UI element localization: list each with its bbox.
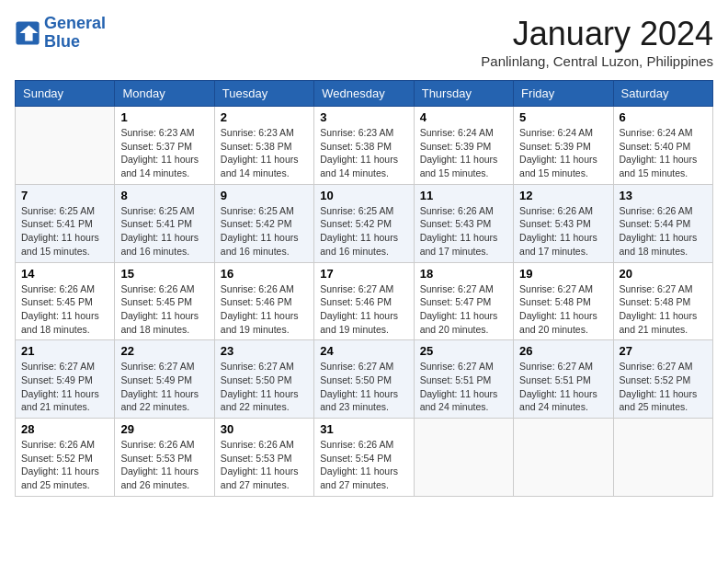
cell-info: Sunrise: 6:26 AMSunset: 5:53 PMDaylight:… xyxy=(120,438,208,492)
cell-info: Sunrise: 6:25 AMSunset: 5:41 PMDaylight:… xyxy=(21,204,108,259)
day-number: 2 xyxy=(221,110,308,124)
cell-info: Sunrise: 6:25 AMSunset: 5:42 PMDaylight:… xyxy=(320,204,407,259)
cell-info: Sunrise: 6:24 AMSunset: 5:39 PMDaylight:… xyxy=(519,126,607,180)
calendar-cell xyxy=(414,419,513,497)
day-number: 20 xyxy=(620,267,707,281)
calendar-cell: 29Sunrise: 6:26 AMSunset: 5:53 PMDayligh… xyxy=(115,419,214,497)
day-number: 15 xyxy=(120,267,208,281)
cell-info: Sunrise: 6:27 AMSunset: 5:49 PMDaylight:… xyxy=(21,360,108,414)
calendar-cell: 8Sunrise: 6:25 AMSunset: 5:41 PMDaylight… xyxy=(115,184,214,262)
calendar-cell: 27Sunrise: 6:27 AMSunset: 5:52 PMDayligh… xyxy=(613,340,712,419)
day-header-monday: Monday xyxy=(115,81,214,107)
cell-info: Sunrise: 6:23 AMSunset: 5:38 PMDaylight:… xyxy=(221,126,308,180)
day-number: 29 xyxy=(120,422,208,436)
calendar-cell: 20Sunrise: 6:27 AMSunset: 5:48 PMDayligh… xyxy=(613,262,712,340)
cell-info: Sunrise: 6:25 AMSunset: 5:41 PMDaylight:… xyxy=(120,204,208,259)
calendar-week-row: 14Sunrise: 6:26 AMSunset: 5:45 PMDayligh… xyxy=(16,262,713,340)
day-number: 28 xyxy=(21,422,108,436)
day-number: 12 xyxy=(519,189,607,202)
calendar-header-row: SundayMondayTuesdayWednesdayThursdayFrid… xyxy=(16,81,713,107)
calendar-cell: 18Sunrise: 6:27 AMSunset: 5:47 PMDayligh… xyxy=(414,262,513,340)
cell-info: Sunrise: 6:27 AMSunset: 5:46 PMDaylight:… xyxy=(320,282,407,337)
calendar-cell: 10Sunrise: 6:25 AMSunset: 5:42 PMDayligh… xyxy=(314,184,414,262)
month-title: January 2024 xyxy=(481,15,713,53)
logo: General Blue xyxy=(15,15,106,52)
day-number: 6 xyxy=(620,110,707,124)
day-number: 10 xyxy=(320,189,407,202)
calendar-cell: 2Sunrise: 6:23 AMSunset: 5:38 PMDaylight… xyxy=(214,107,313,185)
cell-info: Sunrise: 6:26 AMSunset: 5:52 PMDaylight:… xyxy=(21,438,108,492)
calendar-cell xyxy=(16,107,115,185)
location: Panlinlang, Central Luzon, Philippines xyxy=(481,53,713,69)
calendar-cell: 24Sunrise: 6:27 AMSunset: 5:50 PMDayligh… xyxy=(314,340,414,419)
day-header-friday: Friday xyxy=(514,81,613,107)
calendar-week-row: 21Sunrise: 6:27 AMSunset: 5:49 PMDayligh… xyxy=(16,340,713,419)
day-number: 4 xyxy=(420,110,507,124)
cell-info: Sunrise: 6:27 AMSunset: 5:52 PMDaylight:… xyxy=(620,360,707,414)
calendar-cell: 26Sunrise: 6:27 AMSunset: 5:51 PMDayligh… xyxy=(514,340,613,419)
calendar-week-row: 28Sunrise: 6:26 AMSunset: 5:52 PMDayligh… xyxy=(16,419,713,497)
cell-info: Sunrise: 6:26 AMSunset: 5:45 PMDaylight:… xyxy=(21,282,108,337)
calendar-cell: 6Sunrise: 6:24 AMSunset: 5:40 PMDaylight… xyxy=(613,107,712,185)
cell-info: Sunrise: 6:26 AMSunset: 5:46 PMDaylight:… xyxy=(221,282,308,337)
calendar-cell: 21Sunrise: 6:27 AMSunset: 5:49 PMDayligh… xyxy=(16,340,115,419)
cell-info: Sunrise: 6:24 AMSunset: 5:39 PMDaylight:… xyxy=(420,126,507,180)
calendar-cell: 25Sunrise: 6:27 AMSunset: 5:51 PMDayligh… xyxy=(414,340,513,419)
day-number: 27 xyxy=(620,344,707,358)
day-number: 23 xyxy=(221,344,308,358)
calendar-cell: 17Sunrise: 6:27 AMSunset: 5:46 PMDayligh… xyxy=(314,262,414,340)
calendar-cell: 14Sunrise: 6:26 AMSunset: 5:45 PMDayligh… xyxy=(16,262,115,340)
calendar-cell: 9Sunrise: 6:25 AMSunset: 5:42 PMDaylight… xyxy=(214,184,313,262)
cell-info: Sunrise: 6:27 AMSunset: 5:51 PMDaylight:… xyxy=(420,360,507,414)
day-number: 17 xyxy=(320,267,407,281)
cell-info: Sunrise: 6:26 AMSunset: 5:44 PMDaylight:… xyxy=(620,204,707,259)
cell-info: Sunrise: 6:27 AMSunset: 5:51 PMDaylight:… xyxy=(519,360,607,414)
calendar-cell: 1Sunrise: 6:23 AMSunset: 5:37 PMDaylight… xyxy=(115,107,214,185)
day-number: 31 xyxy=(320,422,407,436)
calendar-cell: 30Sunrise: 6:26 AMSunset: 5:53 PMDayligh… xyxy=(214,419,313,497)
title-area: January 2024 Panlinlang, Central Luzon, … xyxy=(481,15,713,69)
day-number: 8 xyxy=(120,189,208,202)
day-number: 25 xyxy=(420,344,507,358)
calendar-cell: 3Sunrise: 6:23 AMSunset: 5:38 PMDaylight… xyxy=(314,107,414,185)
calendar-cell xyxy=(613,419,712,497)
day-number: 26 xyxy=(519,344,607,358)
cell-info: Sunrise: 6:26 AMSunset: 5:43 PMDaylight:… xyxy=(519,204,607,259)
cell-info: Sunrise: 6:23 AMSunset: 5:38 PMDaylight:… xyxy=(320,126,407,180)
calendar-cell: 4Sunrise: 6:24 AMSunset: 5:39 PMDaylight… xyxy=(414,107,513,185)
calendar-cell: 23Sunrise: 6:27 AMSunset: 5:50 PMDayligh… xyxy=(214,340,313,419)
calendar-week-row: 7Sunrise: 6:25 AMSunset: 5:41 PMDaylight… xyxy=(16,184,713,262)
day-number: 1 xyxy=(120,110,208,124)
day-number: 16 xyxy=(221,267,308,281)
cell-info: Sunrise: 6:26 AMSunset: 5:45 PMDaylight:… xyxy=(120,282,208,337)
day-number: 14 xyxy=(21,267,108,281)
calendar-cell: 13Sunrise: 6:26 AMSunset: 5:44 PMDayligh… xyxy=(613,184,712,262)
day-header-saturday: Saturday xyxy=(613,81,712,107)
cell-info: Sunrise: 6:27 AMSunset: 5:50 PMDaylight:… xyxy=(221,360,308,414)
cell-info: Sunrise: 6:27 AMSunset: 5:47 PMDaylight:… xyxy=(420,282,507,337)
cell-info: Sunrise: 6:24 AMSunset: 5:40 PMDaylight:… xyxy=(620,126,707,180)
calendar-cell: 22Sunrise: 6:27 AMSunset: 5:49 PMDayligh… xyxy=(115,340,214,419)
day-number: 11 xyxy=(420,189,507,202)
day-number: 22 xyxy=(120,344,208,358)
cell-info: Sunrise: 6:26 AMSunset: 5:53 PMDaylight:… xyxy=(221,438,308,492)
day-number: 24 xyxy=(320,344,407,358)
calendar-cell: 16Sunrise: 6:26 AMSunset: 5:46 PMDayligh… xyxy=(214,262,313,340)
day-header-tuesday: Tuesday xyxy=(214,81,313,107)
day-number: 18 xyxy=(420,267,507,281)
day-header-sunday: Sunday xyxy=(16,81,115,107)
cell-info: Sunrise: 6:23 AMSunset: 5:37 PMDaylight:… xyxy=(120,126,208,180)
calendar-cell: 7Sunrise: 6:25 AMSunset: 5:41 PMDaylight… xyxy=(16,184,115,262)
calendar-week-row: 1Sunrise: 6:23 AMSunset: 5:37 PMDaylight… xyxy=(16,107,713,185)
day-header-thursday: Thursday xyxy=(414,81,513,107)
day-number: 13 xyxy=(620,189,707,202)
cell-info: Sunrise: 6:26 AMSunset: 5:43 PMDaylight:… xyxy=(420,204,507,259)
logo-text: General Blue xyxy=(44,15,106,52)
calendar-cell: 12Sunrise: 6:26 AMSunset: 5:43 PMDayligh… xyxy=(514,184,613,262)
day-number: 21 xyxy=(21,344,108,358)
day-number: 7 xyxy=(21,189,108,202)
day-number: 19 xyxy=(519,267,607,281)
cell-info: Sunrise: 6:27 AMSunset: 5:48 PMDaylight:… xyxy=(620,282,707,337)
calendar-cell: 19Sunrise: 6:27 AMSunset: 5:48 PMDayligh… xyxy=(514,262,613,340)
cell-info: Sunrise: 6:27 AMSunset: 5:48 PMDaylight:… xyxy=(519,282,607,337)
